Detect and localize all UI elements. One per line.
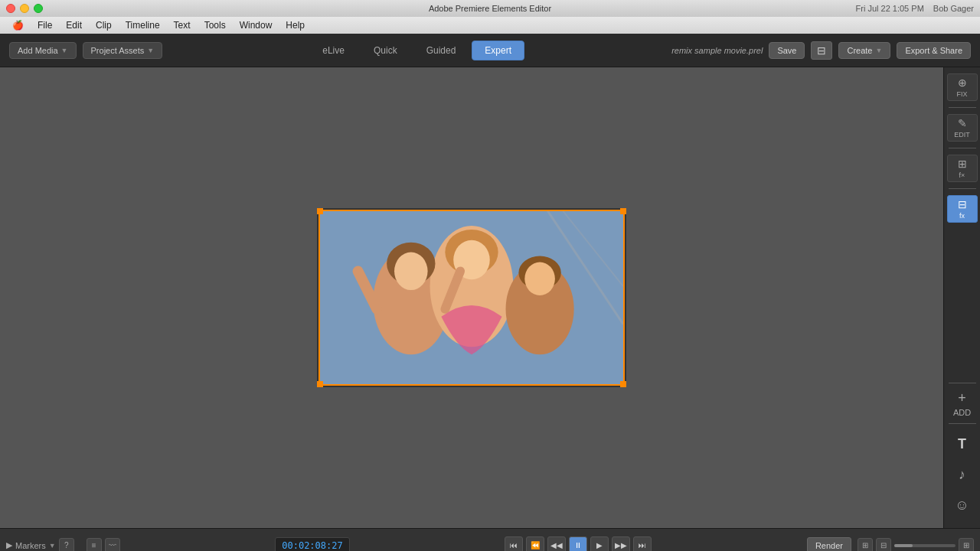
title-bar-icons: Fri Jul 22 1:05 PM Bob Gager <box>856 4 974 13</box>
fx-button[interactable]: ⊞ f× <box>947 155 978 182</box>
edit-icon: ✎ <box>958 117 967 129</box>
corner-handle-bl[interactable] <box>317 381 323 387</box>
step-back-button[interactable]: ⏪ <box>526 536 544 552</box>
render-button[interactable]: Render <box>807 537 851 552</box>
menu-timeline[interactable]: Timeline <box>119 18 166 32</box>
track-settings-button[interactable]: ≡ <box>87 538 102 552</box>
fix-button[interactable]: ⊕ FIX <box>947 73 978 101</box>
sidebar-divider-4 <box>949 383 976 383</box>
maximize-button[interactable] <box>34 4 43 13</box>
skip-to-end-button[interactable]: ⏭ <box>633 536 652 552</box>
menu-apple[interactable]: 🍎 <box>6 18 30 32</box>
sidebar-divider-1 <box>949 107 976 108</box>
menu-bar: 🍎 File Edit Clip Timeline Text Tools Win… <box>0 17 980 34</box>
project-assets-label: Project Assets <box>91 46 145 55</box>
markers-control: ▶ Markers ▼ ? <box>6 538 74 552</box>
zoom-control: ⊞ ⊟ ⊞ <box>858 538 974 552</box>
zoom-fit-button[interactable]: ⊞ <box>858 538 873 552</box>
add-media-label: Add Media <box>18 46 58 55</box>
project-assets-button[interactable]: Project Assets ▼ <box>83 42 163 59</box>
timeline-settings-button[interactable]: ⊞ <box>959 538 974 552</box>
app-title: Adobe Premiere Elements Editor <box>429 4 551 13</box>
music-button[interactable]: ♪ <box>947 461 978 488</box>
text-tool-button[interactable]: T <box>947 430 978 458</box>
menu-file[interactable]: File <box>31 18 58 32</box>
play-button[interactable]: ▶ <box>590 536 609 552</box>
main-area: ⊕ FIX ✎ EDIT ⊞ f× ⊟ fx + ADD T ♪ <box>0 67 980 528</box>
mode-selector: eLive Quick Guided Expert <box>168 41 665 60</box>
preview-video <box>318 210 625 386</box>
close-button[interactable] <box>6 4 15 13</box>
add-media-dropdown-arrow: ▼ <box>61 47 68 54</box>
minimize-button[interactable] <box>20 4 29 13</box>
save-button[interactable]: Save <box>769 42 805 59</box>
menu-edit[interactable]: Edit <box>60 18 88 32</box>
transport-controls: ⏮ ⏪ ◀◀ ⏸ ▶ ▶▶ ⏭ <box>505 536 652 552</box>
menu-clip[interactable]: Clip <box>90 18 118 32</box>
marker-expand-icon: ▶ <box>6 540 12 550</box>
markers-dropdown-arrow: ▼ <box>49 542 56 549</box>
preview-area <box>0 67 943 528</box>
sidebar-divider-2 <box>949 148 976 148</box>
zoom-slider[interactable] <box>894 544 956 547</box>
timecode-display: 00:02:08:27 <box>275 537 349 552</box>
project-filename: remix sample movie.prel <box>671 46 763 55</box>
markers-help-button[interactable]: ? <box>59 538 74 552</box>
music-icon: ♪ <box>959 467 965 483</box>
markers-label: Markers <box>15 541 46 550</box>
menu-help[interactable]: Help <box>279 18 311 32</box>
add-media-button[interactable]: Add Media ▼ <box>9 42 77 59</box>
fx2-button[interactable]: ⊟ fx <box>947 195 978 223</box>
panel-toggle-button[interactable]: ⊟ <box>811 41 832 60</box>
project-assets-dropdown-arrow: ▼ <box>147 47 154 54</box>
mode-quick[interactable]: Quick <box>361 41 410 60</box>
pause-button[interactable]: ⏸ <box>569 536 587 552</box>
fast-forward-button[interactable]: ▶▶ <box>612 536 630 552</box>
mode-expert[interactable]: Expert <box>472 41 524 60</box>
corner-handle-tr[interactable] <box>620 208 626 214</box>
right-sidebar: ⊕ FIX ✎ EDIT ⊞ f× ⊟ fx + ADD T ♪ <box>943 67 980 528</box>
corner-handle-tl[interactable] <box>317 208 323 214</box>
menu-tools[interactable]: Tools <box>198 18 232 32</box>
title-bar: Adobe Premiere Elements Editor Fri Jul 2… <box>0 0 980 17</box>
rewind-button[interactable]: ◀◀ <box>547 536 566 552</box>
zoom-fill <box>894 544 913 547</box>
create-button[interactable]: Create ▼ <box>838 42 890 59</box>
fix-icon: ⊕ <box>958 77 967 89</box>
toolbar-right: remix sample movie.prel Save ⊟ Create ▼ … <box>671 41 971 60</box>
emoji-icon: ☺ <box>955 497 969 514</box>
skip-to-start-button[interactable]: ⏮ <box>505 536 523 552</box>
corner-handle-br[interactable] <box>620 381 626 387</box>
app-toolbar: Add Media ▼ Project Assets ▼ eLive Quick… <box>0 34 980 67</box>
sidebar-divider-3 <box>949 188 976 189</box>
add-icon: + <box>958 390 966 406</box>
export-share-button[interactable]: Export & Share <box>897 42 971 59</box>
fx2-icon: ⊟ <box>958 198 967 210</box>
menu-window[interactable]: Window <box>234 18 279 32</box>
edit-button[interactable]: ✎ EDIT <box>947 114 978 142</box>
emoji-button[interactable]: ☺ <box>947 491 978 519</box>
title-bar-user: Bob Gager <box>933 4 974 13</box>
mode-guided[interactable]: Guided <box>413 41 469 60</box>
waveform-button[interactable]: 〰 <box>105 538 120 552</box>
mode-elive[interactable]: eLive <box>309 41 358 60</box>
timeline-toolbar: ▶ Markers ▼ ? ≡ 〰 00:02:08:27 ⏮ ⏪ ◀◀ ⏸ ▶… <box>0 529 980 551</box>
fx-icon: ⊞ <box>958 158 967 170</box>
zoom-out-button[interactable]: ⊟ <box>876 538 891 552</box>
add-button[interactable]: + ADD <box>947 390 978 417</box>
title-bar-time: Fri Jul 22 1:05 PM <box>856 4 924 13</box>
text-icon: T <box>958 436 966 452</box>
timeline-area: ▶ Markers ▼ ? ≡ 〰 00:02:08:27 ⏮ ⏪ ◀◀ ⏸ ▶… <box>0 528 980 551</box>
menu-text[interactable]: Text <box>168 18 197 32</box>
transform-overlay <box>318 210 625 386</box>
sidebar-divider-5 <box>949 423 976 424</box>
